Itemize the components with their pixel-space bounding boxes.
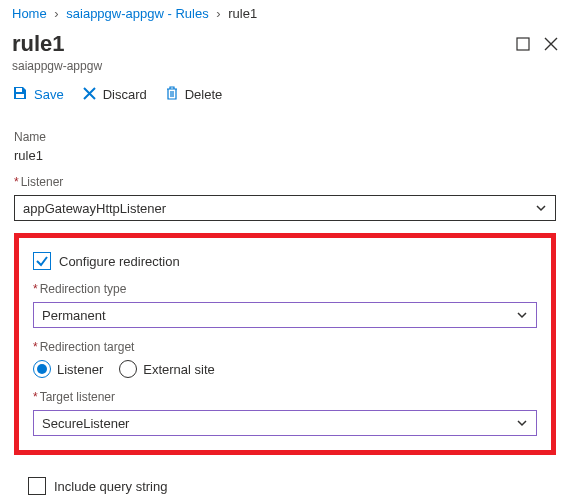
discard-button[interactable]: Discard bbox=[82, 86, 147, 104]
target-radio-listener-label: Listener bbox=[57, 362, 103, 377]
chevron-down-icon bbox=[535, 202, 547, 214]
save-icon bbox=[12, 85, 28, 104]
breadcrumb: Home › saiappgw-appgw - Rules › rule1 bbox=[0, 0, 570, 27]
breadcrumb-current: rule1 bbox=[228, 6, 257, 21]
svg-rect-1 bbox=[16, 88, 22, 92]
chevron-down-icon bbox=[516, 417, 528, 429]
configure-redirection-label: Configure redirection bbox=[59, 254, 180, 269]
save-button[interactable]: Save bbox=[12, 85, 64, 104]
listener-value: appGatewayHttpListener bbox=[23, 201, 166, 216]
discard-icon bbox=[82, 86, 97, 104]
redirection-type-label: *Redirection type bbox=[33, 282, 537, 296]
page-subtitle: saiappgw-appgw bbox=[12, 59, 102, 73]
target-radio-external-label: External site bbox=[143, 362, 215, 377]
highlight-region: Configure redirection *Redirection type … bbox=[14, 233, 556, 455]
target-listener-select[interactable]: SecureListener bbox=[33, 410, 537, 436]
save-label: Save bbox=[34, 87, 64, 102]
redirection-type-value: Permanent bbox=[42, 308, 106, 323]
redirection-target-label: *Redirection target bbox=[33, 340, 537, 354]
breadcrumb-rules[interactable]: saiappgw-appgw - Rules bbox=[66, 6, 208, 21]
toolbar: Save Discard Delete bbox=[0, 73, 570, 114]
delete-label: Delete bbox=[185, 87, 223, 102]
name-value: rule1 bbox=[14, 148, 556, 163]
target-radio-external[interactable]: External site bbox=[119, 360, 215, 378]
delete-icon bbox=[165, 85, 179, 104]
chevron-down-icon bbox=[516, 309, 528, 321]
include-query-label: Include query string bbox=[54, 479, 167, 494]
delete-button[interactable]: Delete bbox=[165, 85, 223, 104]
svg-rect-2 bbox=[16, 94, 24, 98]
configure-redirection-checkbox[interactable] bbox=[33, 252, 51, 270]
close-icon[interactable] bbox=[544, 37, 558, 54]
listener-select[interactable]: appGatewayHttpListener bbox=[14, 195, 556, 221]
discard-label: Discard bbox=[103, 87, 147, 102]
name-label: Name bbox=[14, 130, 556, 144]
target-listener-label: *Target listener bbox=[33, 390, 537, 404]
target-listener-value: SecureListener bbox=[42, 416, 129, 431]
svg-rect-0 bbox=[517, 38, 529, 50]
target-radio-listener[interactable]: Listener bbox=[33, 360, 103, 378]
redirection-type-select[interactable]: Permanent bbox=[33, 302, 537, 328]
restore-icon[interactable] bbox=[516, 37, 530, 54]
chevron-right-icon: › bbox=[54, 6, 58, 21]
breadcrumb-home[interactable]: Home bbox=[12, 6, 47, 21]
page-title: rule1 bbox=[12, 31, 102, 57]
chevron-right-icon: › bbox=[216, 6, 220, 21]
include-query-checkbox[interactable] bbox=[28, 477, 46, 495]
listener-label: *Listener bbox=[14, 175, 556, 189]
